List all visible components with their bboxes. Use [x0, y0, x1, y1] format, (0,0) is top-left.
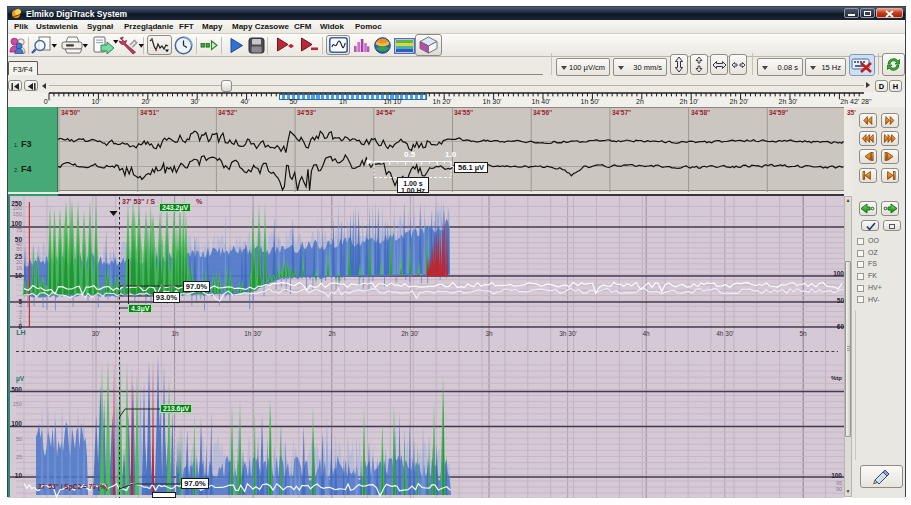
- svg-text:1.0: 1.0: [445, 150, 457, 159]
- svg-text:0.5: 0.5: [404, 150, 416, 159]
